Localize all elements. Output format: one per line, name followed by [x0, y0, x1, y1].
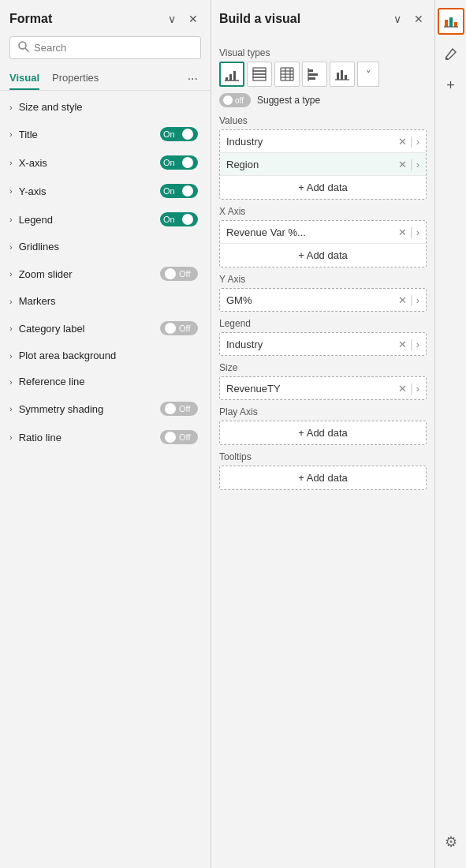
chevron-right-icon: › [9, 324, 13, 333]
menu-item-title[interactable]: › Title On [0, 120, 211, 148]
build-visual-title: Build a visual [219, 12, 300, 26]
toggle-suggest[interactable]: off [219, 93, 251, 107]
sidebar-gear-btn[interactable]: ⚙ [445, 833, 457, 851]
toggle-symmetry-shading[interactable]: Off [160, 402, 198, 416]
chip-expand-icon[interactable]: › [416, 383, 419, 395]
chip-region-values: Region ✕ | › [220, 153, 426, 176]
svg-rect-4 [233, 71, 236, 80]
menu-item-gridlines[interactable]: › Gridlines [0, 234, 211, 260]
svg-rect-21 [308, 77, 315, 80]
chip-expand-icon[interactable]: › [416, 136, 419, 148]
size-zone: RevenueTY ✕ | › [219, 376, 427, 400]
svg-line-1 [25, 48, 28, 51]
values-add-data-btn[interactable]: + Add data [220, 176, 426, 199]
menu-item-plot-bg[interactable]: › Plot area background [0, 342, 211, 369]
x-axis-add-data-btn[interactable]: + Add data [220, 244, 426, 267]
sidebar-plus-btn[interactable]: + [443, 74, 458, 97]
menu-item-x-axis[interactable]: › X-axis On [0, 148, 211, 177]
chip-remove-icon[interactable]: ✕ [398, 226, 407, 238]
suggest-label: Suggest a type [257, 95, 320, 106]
menu-label-legend: Legend [19, 214, 53, 226]
toggle-legend[interactable]: On [160, 212, 198, 226]
tooltips-add-data-btn[interactable]: + Add data [220, 466, 426, 489]
visual-types-row: ˅ [219, 62, 427, 87]
x-axis-zone: Revenue Var %... ✕ | › + Add data [219, 220, 427, 268]
chevron-right-icon: › [9, 269, 13, 279]
y-axis-zone: GM% ✕ | › [219, 288, 427, 312]
menu-item-ratio-line[interactable]: › Ratio line Off [0, 423, 211, 451]
chip-actions: ✕ | › [398, 294, 419, 306]
chip-expand-icon[interactable]: › [416, 294, 419, 306]
chevron-right-icon: › [9, 186, 13, 196]
play-axis-add-data-btn[interactable]: + Add data [220, 421, 426, 444]
chip-remove-icon[interactable]: ✕ [398, 294, 407, 306]
svg-rect-25 [345, 75, 347, 80]
chip-remove-icon[interactable]: ✕ [398, 383, 407, 395]
chip-industry-legend: Industry ✕ | › [220, 333, 426, 355]
chip-expand-icon[interactable]: › [416, 159, 419, 170]
vt-scatter-btn[interactable] [219, 62, 244, 87]
chevron-right-icon: › [9, 158, 13, 167]
tab-properties[interactable]: Properties [52, 67, 99, 90]
toggle-circle [165, 403, 176, 414]
svg-rect-9 [253, 77, 266, 80]
section-label-play-axis: Play Axis [219, 406, 427, 417]
menu-item-markers[interactable]: › Markers [0, 288, 211, 314]
chip-remove-icon[interactable]: ✕ [398, 339, 407, 350]
menu-label-category-label: Category label [19, 323, 85, 335]
svg-rect-20 [308, 73, 318, 76]
sidebar-paintbrush-btn[interactable] [438, 41, 464, 68]
menu-item-zoom-slider[interactable]: › Zoom slider Off [0, 260, 211, 288]
menu-label-symmetry-shading: Symmetry shading [19, 403, 104, 415]
sidebar-bar-chart-btn[interactable] [438, 8, 464, 35]
chevron-right-icon: › [9, 297, 13, 306]
chip-expand-icon[interactable]: › [416, 226, 419, 238]
chip-gm: GM% ✕ | › [220, 289, 426, 311]
toggle-x-axis[interactable]: On [160, 155, 198, 170]
menu-item-symmetry-shading[interactable]: › Symmetry shading Off [0, 395, 211, 423]
tab-more-btn[interactable]: ··· [185, 69, 201, 89]
chip-label: RevenueTY [226, 383, 398, 395]
menu-item-reference-line[interactable]: › Reference line [0, 369, 211, 395]
toggle-ratio-line[interactable]: Off [160, 430, 198, 444]
menu-label-y-axis: Y-axis [19, 185, 47, 197]
chevron-right-icon: › [9, 215, 13, 224]
vt-bar-btn[interactable] [302, 62, 327, 87]
chip-revenue-var: Revenue Var %... ✕ | › [220, 221, 426, 244]
chip-expand-icon[interactable]: › [416, 339, 419, 350]
toggle-circle [165, 268, 176, 279]
menu-item-size-style[interactable]: › Size and style [0, 94, 211, 120]
chip-actions: ✕ | › [398, 226, 419, 238]
menu-item-y-axis[interactable]: › Y-axis On [0, 177, 211, 205]
format-collapse-btn[interactable]: ∨ [165, 11, 179, 27]
chevron-right-icon: › [9, 129, 13, 139]
menu-item-category-label[interactable]: › Category label Off [0, 314, 211, 342]
vt-more-btn[interactable]: ˅ [357, 62, 379, 87]
toggle-title[interactable]: On [160, 127, 198, 141]
build-visual-content: Visual types ˅ [211, 33, 466, 868]
toggle-y-axis[interactable]: On [160, 184, 198, 198]
chip-remove-icon[interactable]: ✕ [398, 159, 407, 170]
build-visual-close-btn[interactable]: ✕ [411, 11, 427, 27]
toggle-category-label[interactable]: Off [160, 321, 198, 335]
tab-visual[interactable]: Visual [9, 67, 39, 90]
right-sidebar: + ⚙ [434, 0, 466, 868]
vt-column-btn[interactable] [330, 62, 355, 87]
play-axis-zone: + Add data [219, 421, 427, 445]
build-visual-collapse-btn[interactable]: ∨ [390, 11, 404, 27]
visual-types-label: Visual types [219, 47, 427, 58]
vt-table-btn[interactable] [247, 62, 272, 87]
section-label-values: Values [219, 115, 427, 126]
format-close-btn[interactable]: ✕ [185, 11, 201, 27]
search-input[interactable] [34, 42, 192, 54]
build-visual-panel: Build a visual ∨ ✕ Visual types [211, 0, 466, 868]
menu-item-legend[interactable]: › Legend On [0, 205, 211, 234]
chip-remove-icon[interactable]: ✕ [398, 136, 407, 148]
svg-rect-27 [445, 20, 448, 27]
vt-matrix-btn[interactable] [274, 62, 300, 87]
tooltips-zone: + Add data [219, 466, 427, 490]
chip-label: GM% [226, 294, 398, 306]
menu-label-gridlines: Gridlines [19, 241, 59, 253]
menu-label-size-style: Size and style [19, 101, 83, 113]
toggle-zoom-slider[interactable]: Off [160, 267, 198, 281]
